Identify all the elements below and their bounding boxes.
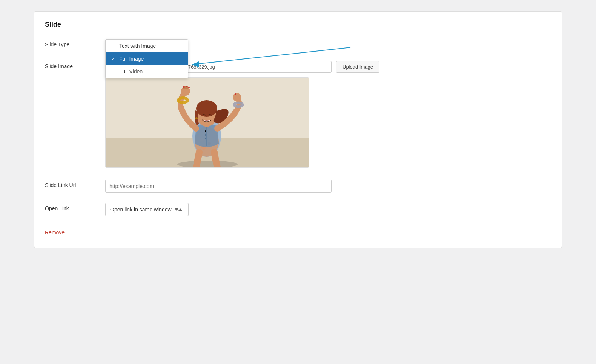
- svg-rect-21: [186, 86, 187, 87]
- svg-point-13: [205, 138, 206, 139]
- slide-link-url-content: [105, 180, 551, 193]
- image-preview-container: [105, 77, 309, 168]
- slide-type-label: Slide Type: [45, 39, 105, 47]
- dropdown-menu[interactable]: Text with Image ✓ Full Image Full Video: [105, 39, 188, 78]
- check-mark-full-image: ✓: [111, 56, 117, 62]
- svg-rect-22: [188, 87, 190, 88]
- svg-point-16: [196, 100, 217, 117]
- svg-point-11: [205, 130, 206, 132]
- svg-rect-20: [183, 86, 185, 88]
- svg-rect-25: [235, 93, 236, 95]
- svg-point-24: [233, 93, 241, 101]
- slide-panel: Slide Slide Type Text with Image ✓ Full …: [34, 11, 562, 248]
- image-preview: [106, 78, 309, 168]
- dropdown-item-full-image[interactable]: ✓ Full Image: [106, 52, 188, 65]
- page-wrapper: Slide Slide Type Text with Image ✓ Full …: [0, 0, 596, 364]
- slide-link-url-input[interactable]: [105, 180, 332, 193]
- dropdown-item-label-full-image: Full Image: [119, 56, 144, 62]
- slide-link-url-label: Slide Link Url: [45, 180, 105, 188]
- dropdown-item-label-full-video: Full Video: [119, 69, 143, 75]
- svg-point-17: [195, 117, 198, 119]
- panel-title: Slide: [45, 21, 551, 29]
- upload-image-button[interactable]: Upload Image: [336, 61, 379, 73]
- dropdown-item-text-with-image[interactable]: Text with Image: [106, 40, 188, 52]
- check-mark-full-video: [111, 69, 117, 75]
- dropdown-item-label-text-with-image: Text with Image: [119, 43, 156, 49]
- open-link-label: Open Link: [45, 203, 105, 211]
- slide-link-url-row: Slide Link Url: [45, 180, 551, 193]
- open-link-content: Open link in same window Open link in ne…: [105, 203, 551, 216]
- slide-image-label: Slide Image: [45, 61, 105, 69]
- dropdown-item-full-video[interactable]: Full Video: [106, 65, 188, 78]
- svg-point-12: [205, 134, 206, 136]
- remove-row: Remove: [45, 226, 551, 236]
- open-link-select[interactable]: Open link in same window Open link in ne…: [105, 203, 189, 216]
- open-link-row: Open Link Open link in same window Open …: [45, 203, 551, 216]
- remove-link[interactable]: Remove: [45, 229, 65, 236]
- slide-type-row: Slide Type Text with Image ✓ Full Image …: [45, 39, 551, 47]
- check-mark-text-with-image: [111, 43, 117, 49]
